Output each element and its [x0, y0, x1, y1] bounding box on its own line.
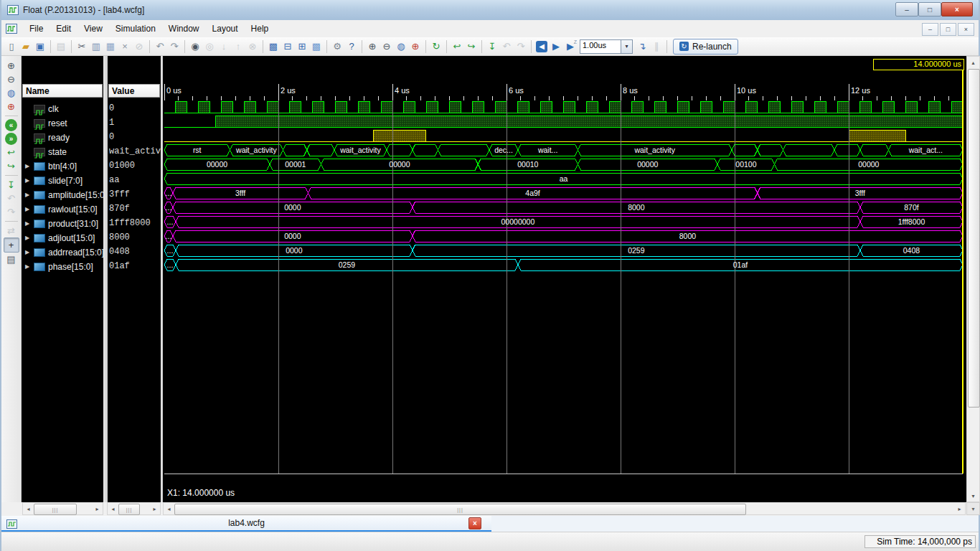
vertical-scroll-thumb[interactable] — [968, 69, 980, 408]
pause-icon[interactable]: ∥ — [649, 39, 664, 54]
help-pointer-icon[interactable]: ? — [344, 39, 359, 54]
signal-row-rawlout-15-0[interactable]: ▶rawlout[15:0] — [22, 202, 103, 216]
zoom-in-icon[interactable]: ⊕ — [4, 59, 19, 72]
float-window-icon[interactable]: ▩ — [309, 39, 324, 54]
signal-row-adjlout-15-0[interactable]: ▶adjlout[15:0] — [22, 230, 103, 245]
zoom-out-icon[interactable]: ⊖ — [380, 39, 394, 54]
wave-product-31-0[interactable] — [164, 216, 963, 227]
expand-arrow-icon[interactable]: ▶ — [25, 245, 34, 259]
signal-row-state[interactable]: state — [22, 144, 103, 159]
find-icon[interactable]: ◉ — [188, 39, 202, 54]
expand-arrow-icon[interactable]: ▶ — [25, 202, 34, 216]
scroll-left-icon[interactable]: ◂ — [108, 503, 118, 514]
step-icon[interactable]: ↴ — [635, 39, 649, 54]
zoom-full-view-icon[interactable]: ◍ — [4, 86, 19, 100]
expand-arrow-icon[interactable]: ▶ — [25, 159, 34, 173]
scroll-right-icon[interactable]: ▸ — [149, 503, 160, 514]
goto-sim-end-icon[interactable]: » — [5, 133, 17, 145]
run-for-time-icon[interactable]: ▶Z — [563, 39, 578, 54]
scroll-thumb[interactable]: ||| — [34, 504, 77, 515]
wave-btn-4-0[interactable] — [164, 159, 963, 170]
new-file-icon[interactable]: ▯ — [4, 39, 19, 54]
relaunch-button[interactable]: ↻Re-launch — [673, 39, 738, 55]
next-marker-icon[interactable]: ↷ — [514, 39, 528, 54]
previous-transition-icon[interactable]: ↩ — [4, 146, 19, 159]
menu-simulation[interactable]: Simulation — [109, 22, 162, 36]
zoom-full-view-icon[interactable]: ◍ — [394, 39, 408, 54]
wave-clk[interactable] — [164, 101, 963, 113]
paste-icon[interactable]: ▦ — [103, 39, 118, 54]
wave-state[interactable] — [164, 144, 963, 156]
name-column-header[interactable]: Name — [22, 84, 103, 98]
chevron-down-icon[interactable]: ▾ — [621, 39, 633, 54]
undo-icon[interactable]: ↶ — [153, 39, 167, 54]
next-transition-icon[interactable]: ↪ — [4, 159, 19, 173]
scroll-up-icon[interactable]: ▴ — [967, 57, 979, 68]
scroll-down-icon[interactable]: ▾ — [967, 490, 979, 501]
close-button[interactable]: × — [941, 2, 973, 17]
preferences-wrench-icon[interactable]: ⚙ — [330, 39, 344, 54]
expand-arrow-icon[interactable]: ▶ — [25, 174, 34, 187]
arrow-up-icon[interactable]: ↑ — [231, 39, 245, 54]
goto-previous-icon[interactable]: ↩ — [450, 39, 464, 54]
signal-row-ready[interactable]: ready — [22, 130, 103, 144]
value-column-header[interactable]: Value — [108, 84, 160, 98]
menu-layout[interactable]: Layout — [206, 22, 245, 36]
wave-ready[interactable] — [164, 130, 963, 141]
tile-horizontal-icon[interactable]: ⊟ — [281, 39, 295, 54]
scroll-thumb[interactable]: ||| — [174, 504, 746, 515]
scroll-right-icon[interactable]: ▸ — [92, 503, 103, 514]
goto-next-icon[interactable]: ↪ — [464, 39, 479, 54]
signal-row-product-31-0[interactable]: ▶product[31:0] — [22, 216, 103, 230]
value-panel-hscrollbar[interactable]: ◂ ||| ▸ — [107, 502, 161, 515]
waveform-canvas[interactable]: 0 us2 us4 us6 us8 us10 us12 usrstwait_ac… — [163, 56, 966, 502]
menu-window[interactable]: Window — [162, 22, 206, 36]
floating-ruler-icon[interactable]: ▤ — [4, 253, 19, 266]
scroll-thumb[interactable]: ||| — [118, 504, 140, 515]
cut-icon[interactable]: ✂ — [75, 39, 89, 54]
mdi-close-button[interactable]: × — [958, 23, 974, 36]
mdi-minimize-button[interactable]: – — [922, 23, 938, 36]
zoom-out-icon[interactable]: ⊖ — [4, 72, 19, 86]
goto-time-zero-icon[interactable]: « — [5, 119, 17, 131]
find-in-files-icon[interactable]: ◎ — [202, 39, 217, 54]
open-file-icon[interactable]: ▰ — [19, 39, 33, 54]
scroll-left-icon[interactable]: ◂ — [164, 503, 174, 514]
previous-marker-icon[interactable]: ↶ — [499, 39, 514, 54]
zoom-to-cursor-icon[interactable]: ⊕ — [408, 39, 423, 54]
cascade-windows-icon[interactable]: ▩ — [266, 39, 281, 54]
signal-row-reset[interactable]: reset — [22, 116, 103, 130]
run-time-combo[interactable]: 1.00us▾ — [580, 39, 633, 54]
signal-row-btn-4-0[interactable]: ▶btn[4:0] — [22, 159, 103, 173]
signal-row-slide-7-0[interactable]: ▶slide[7:0] — [22, 173, 103, 187]
expand-arrow-icon[interactable]: ▶ — [25, 217, 34, 230]
wave-phase-15-0[interactable] — [164, 259, 963, 270]
tab-lab4-wcfg[interactable]: lab4.wcfg × — [1, 516, 491, 532]
snap-to-transition-icon[interactable]: + — [4, 237, 19, 253]
previous-marker-icon[interactable]: ↶ — [4, 192, 19, 205]
arrow-down-icon[interactable]: ↓ — [217, 39, 231, 54]
mdi-restore-button[interactable]: □ — [940, 23, 956, 36]
name-panel-hscrollbar[interactable]: ◂ ||| ▸ — [22, 502, 103, 515]
minimize-button[interactable]: – — [895, 2, 918, 17]
redo-icon[interactable]: ↷ — [167, 39, 182, 54]
signal-row-amplitude-15-0[interactable]: ▶amplitude[15:0] — [22, 187, 103, 202]
scrollbar-corner-dropdown[interactable]: ▾ — [966, 502, 980, 515]
add-marker-icon[interactable]: ↧ — [485, 39, 499, 54]
wave-vertical-scrollbar[interactable]: ▴ ▾ — [966, 56, 980, 502]
signal-row-clk[interactable]: clk — [22, 101, 103, 116]
print-icon[interactable]: ▤ — [54, 39, 68, 54]
delete-icon[interactable]: × — [118, 39, 132, 54]
menu-view[interactable]: View — [77, 22, 109, 36]
copy-icon[interactable]: ▥ — [89, 39, 103, 54]
wave-addrread-15-0[interactable] — [164, 245, 963, 256]
menu-help[interactable]: Help — [245, 22, 275, 36]
swap-cursors-icon[interactable]: ⇄ — [4, 224, 19, 237]
zoom-to-cursor-icon[interactable]: ⊕ — [4, 100, 19, 113]
waveform-panel[interactable]: 0 us2 us4 us6 us8 us10 us12 usrstwait_ac… — [163, 56, 966, 502]
signal-row-phase-15-0[interactable]: ▶phase[15:0] — [22, 259, 103, 273]
expand-arrow-icon[interactable]: ▶ — [25, 231, 34, 245]
menu-edit[interactable]: Edit — [50, 22, 77, 36]
waveform-hscrollbar[interactable]: ◂ ||| ▸ — [163, 502, 966, 515]
wave-amplitude-15-0[interactable] — [164, 187, 963, 199]
